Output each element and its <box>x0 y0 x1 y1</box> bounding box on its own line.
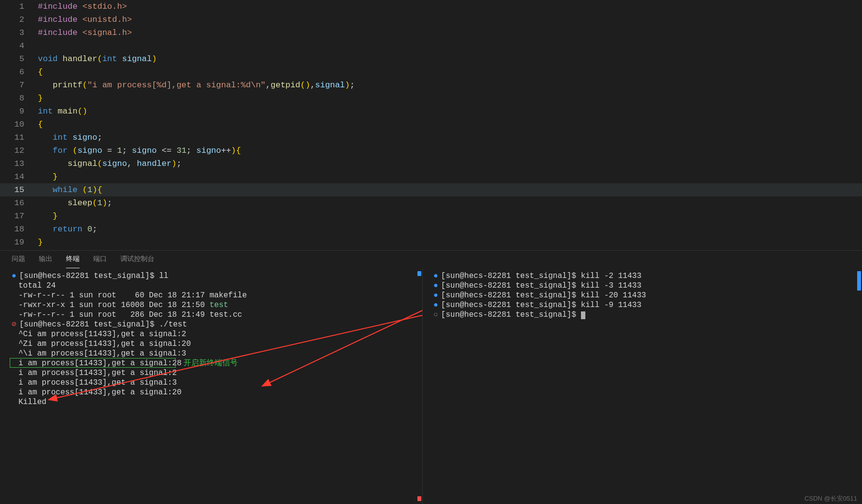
line-number: 6 <box>0 65 38 79</box>
line-number: 16 <box>0 196 38 210</box>
bottom-panel: 问题输出终端端口调试控制台 ●[sun@hecs-82281 test_sign… <box>0 250 862 504</box>
panel-tab[interactable]: 输出 <box>39 255 52 268</box>
terminal-line: ^\i am process[11433],get a signal:3 <box>12 349 422 358</box>
terminal-line: ^Zi am process[11433],get a signal:20 <box>12 339 422 349</box>
terminal-line: ●[sun@hecs-82281 test_signal]$ ll <box>12 271 422 281</box>
terminal-line: total 24 <box>12 281 422 291</box>
code-content[interactable]: #include <stdio.h> <box>38 0 127 13</box>
code-content[interactable]: int main() <box>38 105 87 118</box>
code-editor[interactable]: 1#include <stdio.h>2#include <unistd.h>3… <box>0 0 862 250</box>
code-line[interactable]: 4 <box>0 39 862 52</box>
code-line[interactable]: 2#include <unistd.h> <box>0 13 862 26</box>
terminal-line: ●[sun@hecs-82281 test_signal]$ kill -3 1… <box>433 281 862 291</box>
terminal-line: i am process[11433],get a signal:20 <box>12 388 422 397</box>
terminal-line: ●[sun@hecs-82281 test_signal]$ kill -20 … <box>433 291 862 300</box>
code-content[interactable]: } <box>38 170 58 183</box>
code-content[interactable]: for (signo = 1; signo <= 31; signo++){ <box>38 144 241 157</box>
terminal-right[interactable]: ●[sun@hecs-82281 test_signal]$ kill -2 1… <box>422 268 862 504</box>
line-number: 7 <box>0 79 38 92</box>
code-line[interactable]: 8} <box>0 92 862 105</box>
line-number: 10 <box>0 118 38 131</box>
line-number: 13 <box>0 157 38 170</box>
code-line[interactable]: 15 while (1){ <box>0 183 862 196</box>
annotation-label: 开启新终端信号 <box>183 358 238 368</box>
scroll-markers-left <box>415 268 422 504</box>
terminal-line: i am process[11433],get a signal:2 <box>12 368 422 378</box>
panel-tab[interactable]: 终端 <box>66 255 80 268</box>
terminal-line: -rw-r--r-- 1 sun root 286 Dec 18 21:49 t… <box>12 310 422 320</box>
code-content[interactable]: } <box>38 236 43 249</box>
code-line[interactable]: 18 return 0; <box>0 223 862 236</box>
line-number: 17 <box>0 210 38 223</box>
panel-tab[interactable]: 调试控制台 <box>120 255 154 268</box>
line-number: 12 <box>0 144 38 157</box>
code-line[interactable]: 6{ <box>0 65 862 79</box>
line-number: 9 <box>0 105 38 118</box>
line-number: 2 <box>0 13 38 26</box>
panel-tab[interactable]: 端口 <box>93 255 107 268</box>
code-line[interactable]: 3#include <signal.h> <box>0 26 862 39</box>
watermark: CSDN @长安0511 <box>804 494 857 503</box>
panel-tab[interactable]: 问题 <box>12 255 25 268</box>
code-line[interactable]: 11 int signo; <box>0 131 862 144</box>
code-content[interactable]: } <box>38 92 43 105</box>
code-content[interactable]: void handler(int signal) <box>38 52 157 65</box>
code-line[interactable]: 5void handler(int signal) <box>0 52 862 65</box>
line-number: 18 <box>0 223 38 236</box>
terminal-line: Killed <box>12 397 422 407</box>
line-number: 1 <box>0 0 38 13</box>
line-number: 11 <box>0 131 38 144</box>
line-number: 8 <box>0 92 38 105</box>
code-line[interactable]: 12 for (signo = 1; signo <= 31; signo++)… <box>0 144 862 157</box>
code-line[interactable]: 17 } <box>0 210 862 223</box>
terminal-left[interactable]: ●[sun@hecs-82281 test_signal]$ lltotal 2… <box>0 268 422 504</box>
code-content[interactable]: while (1){ <box>38 183 102 196</box>
code-line[interactable]: 1#include <stdio.h> <box>0 0 862 13</box>
terminal-line: ○[sun@hecs-82281 test_signal]$ <box>433 310 862 320</box>
code-content[interactable]: } <box>38 210 58 223</box>
panel-tabs: 问题输出终端端口调试控制台 <box>0 251 862 268</box>
terminal-line: ●[sun@hecs-82281 test_signal]$ kill -9 1… <box>433 300 862 310</box>
terminal-line: ^Ci am process[11433],get a signal:2 <box>12 329 422 339</box>
code-line[interactable]: 9int main() <box>0 105 862 118</box>
code-content[interactable]: { <box>38 118 43 131</box>
code-content[interactable]: { <box>38 65 43 79</box>
code-content[interactable]: printf("i am process[%d],get a signal:%d… <box>38 79 355 92</box>
code-line[interactable]: 10{ <box>0 118 862 131</box>
terminal-line: -rwxr-xr-x 1 sun root 16008 Dec 18 21:50… <box>12 300 422 310</box>
terminal-line: ⊘[sun@hecs-82281 test_signal]$ ./test <box>12 320 422 329</box>
code-content[interactable]: signal(signo, handler); <box>38 157 182 170</box>
code-content[interactable]: return 0; <box>38 223 97 236</box>
line-number: 3 <box>0 26 38 39</box>
terminal-line: i am process[11433],get a signal:3 <box>12 378 422 388</box>
code-line[interactable]: 13 signal(signo, handler); <box>0 157 862 170</box>
scroll-markers-right <box>855 268 862 504</box>
code-line[interactable]: 7 printf("i am process[%d],get a signal:… <box>0 79 862 92</box>
line-number: 19 <box>0 236 38 249</box>
terminal-split: ●[sun@hecs-82281 test_signal]$ lltotal 2… <box>0 268 862 504</box>
terminal-line: ●[sun@hecs-82281 test_signal]$ kill -2 1… <box>433 271 862 281</box>
code-line[interactable]: 16 sleep(1); <box>0 196 862 210</box>
line-number: 5 <box>0 52 38 65</box>
code-line[interactable]: 19} <box>0 236 862 249</box>
line-number: 14 <box>0 170 38 183</box>
cursor <box>581 311 585 319</box>
code-content[interactable]: int signo; <box>38 131 102 144</box>
line-number: 4 <box>0 39 38 52</box>
terminal-line: -rw-r--r-- 1 sun root 60 Dec 18 21:17 ma… <box>12 291 422 300</box>
code-content[interactable]: #include <signal.h> <box>38 26 132 39</box>
line-number: 15 <box>0 183 38 196</box>
code-content[interactable]: sleep(1); <box>38 196 112 210</box>
code-line[interactable]: 14 } <box>0 170 862 183</box>
code-content[interactable]: #include <unistd.h> <box>38 13 132 26</box>
